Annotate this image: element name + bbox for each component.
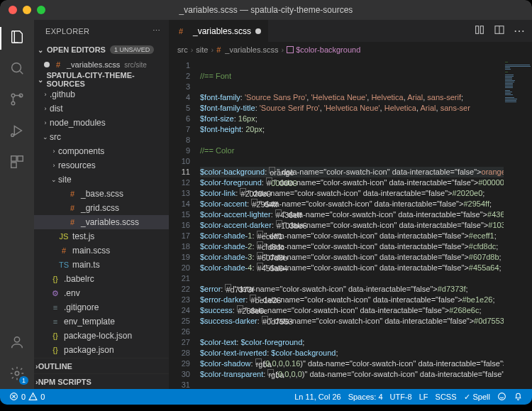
open-editor-item[interactable]: #_variables.scsssrc/site xyxy=(34,57,169,72)
status-feedback[interactable] xyxy=(494,392,510,402)
code-line[interactable]: $color-background: orange" data-name="co… xyxy=(200,167,504,177)
tab-variables-scss[interactable]: # _variables.scss xyxy=(169,20,269,42)
code-line[interactable]: $color-foreground: #000000" data-name="c… xyxy=(200,177,504,188)
activity-search[interactable] xyxy=(0,55,34,84)
compare-changes-icon[interactable] xyxy=(474,24,485,38)
activity-settings[interactable]: 1 xyxy=(0,361,34,389)
code-line[interactable]: $error-darker: #be1e26" data-name="color… xyxy=(200,295,504,305)
file-item[interactable]: #_variables.scss xyxy=(34,215,169,229)
file-item[interactable]: ≡env_template xyxy=(34,314,169,329)
activity-extensions[interactable] xyxy=(0,149,34,177)
status-cursor[interactable]: Ln 11, Col 26 xyxy=(291,392,344,402)
status-spell[interactable]: ✓Spell xyxy=(460,392,494,402)
code-line[interactable]: $error: #d7373f" data-name="color-swatch… xyxy=(200,284,504,295)
npm-scripts-section[interactable]: › NPM SCRIPTS xyxy=(34,373,169,389)
file-item[interactable]: #main.scss xyxy=(34,243,169,258)
folder-item[interactable]: ›components xyxy=(34,144,169,158)
breadcrumb-part[interactable]: _variables.scss xyxy=(225,45,278,54)
folder-item[interactable]: ›node_modules xyxy=(34,116,169,130)
code-line[interactable] xyxy=(200,135,504,146)
outline-section[interactable]: › OUTLINE xyxy=(34,358,169,373)
code-line[interactable]: $font-family-title: 'Source Serif Pro', … xyxy=(200,103,504,114)
breadcrumb[interactable]: src › site › # _variables.scss › $color-… xyxy=(169,42,532,57)
status-problems[interactable]: 0 0 xyxy=(6,392,48,402)
file-item[interactable]: {}package-lock.json xyxy=(34,329,169,343)
settings-badge: 1 xyxy=(19,376,28,385)
more-actions-icon[interactable]: ⋯ xyxy=(514,24,525,38)
project-section[interactable]: ⌄ SPATULA-CITY-THEME-SOURCES xyxy=(34,72,169,87)
folder-item[interactable]: ⌄src xyxy=(34,130,169,144)
code-line[interactable]: //== Font xyxy=(200,71,504,82)
status-encoding[interactable]: UTF-8 xyxy=(387,392,416,402)
zoom-window-button[interactable] xyxy=(37,6,45,14)
split-editor-icon[interactable] xyxy=(494,24,505,38)
code-line[interactable]: $color-accent: #2954ff" data-name="color… xyxy=(200,199,504,209)
code-line[interactable]: $color-accent-darker: #103be6" data-name… xyxy=(200,220,504,231)
code-line[interactable] xyxy=(200,82,504,92)
open-editors-section[interactable]: ⌄ OPEN EDITORS 1 UNSAVED xyxy=(34,42,169,57)
minimap[interactable] xyxy=(504,57,532,389)
code-line[interactable]: $color-shade-4: #455a64" data-name="colo… xyxy=(200,263,504,273)
breadcrumb-symbol[interactable]: $color-background xyxy=(287,45,360,54)
files-icon xyxy=(9,29,25,48)
code-line[interactable]: $color-text: $color-foreground; xyxy=(200,337,504,348)
chevron-down-icon: ⌄ xyxy=(35,75,45,84)
line-number: 18 xyxy=(169,241,190,252)
minimap-line xyxy=(505,97,514,98)
minimize-window-button[interactable] xyxy=(23,6,31,14)
tab-bar: # _variables.scss ⋯ xyxy=(169,20,532,42)
breadcrumb-part[interactable]: src xyxy=(177,45,188,54)
folder-item[interactable]: ⌄site xyxy=(34,172,169,187)
close-window-button[interactable] xyxy=(9,6,17,14)
chevron-right-icon: › xyxy=(41,119,50,126)
status-language[interactable]: SCSS xyxy=(432,392,460,402)
code-line[interactable] xyxy=(200,327,504,337)
activity-debug[interactable] xyxy=(0,118,34,146)
code-line[interactable]: //== Color xyxy=(200,146,504,156)
file-item[interactable]: ⚙.env xyxy=(34,286,169,300)
code-line[interactable]: $color-shade-3: #607d8b" data-name="colo… xyxy=(200,252,504,263)
code-line[interactable] xyxy=(200,60,504,71)
activity-explorer[interactable] xyxy=(0,24,34,53)
file-item[interactable]: #_grid.scss xyxy=(34,201,169,215)
branch-icon xyxy=(9,92,25,110)
minimap-line xyxy=(505,83,513,84)
code-line[interactable]: $font-height: 20px; xyxy=(200,124,504,135)
file-item[interactable]: #_base.scss xyxy=(34,187,169,201)
status-eol[interactable]: LF xyxy=(416,392,432,402)
breadcrumb-part[interactable]: site xyxy=(196,45,208,54)
code-line[interactable]: $color-transparent: rgba(0,0,0,0)" data-… xyxy=(200,369,504,380)
code-line[interactable]: $color-accent-lighter: #436eff" data-nam… xyxy=(200,209,504,220)
code-line[interactable] xyxy=(200,380,504,389)
code-editor[interactable]: //== Font $font-family: 'Source Sans Pro… xyxy=(196,57,504,389)
code-line[interactable]: $font-size: 16px; xyxy=(200,114,504,124)
file-item[interactable]: TSmain.ts xyxy=(34,258,169,272)
line-number: 11 xyxy=(169,167,190,177)
file-item[interactable]: {}.babelrc xyxy=(34,272,169,286)
code-line[interactable]: $color-link: #2020e0" data-name="color-s… xyxy=(200,188,504,199)
code-line[interactable]: $color-shade-2: #cfd8dc" data-name="colo… xyxy=(200,241,504,252)
activity-account[interactable] xyxy=(0,329,34,358)
file-item[interactable]: {}package.json xyxy=(34,343,169,357)
code-line[interactable] xyxy=(200,273,504,284)
folder-item[interactable]: ›.github xyxy=(34,87,169,102)
file-item[interactable]: ≡.gitignore xyxy=(34,300,169,314)
status-notifications[interactable] xyxy=(510,392,526,402)
folder-item[interactable]: ›resources xyxy=(34,158,169,172)
code-line[interactable]: $color-text-inverted: $color-background; xyxy=(200,348,504,358)
code-line[interactable]: $color-shade-1: #eceff1" data-name="colo… xyxy=(200,231,504,241)
code-line[interactable]: $success-darker: #0d7553" data-name="col… xyxy=(200,316,504,327)
code-line[interactable] xyxy=(200,156,504,167)
activity-scm[interactable] xyxy=(0,87,34,115)
code-line[interactable]: $color-shadow: rgba(0,0,0,0.16)" data-na… xyxy=(200,358,504,369)
line-number: 29 xyxy=(169,358,190,369)
code-line[interactable]: $success: #268e6c" data-name="color-swat… xyxy=(200,305,504,316)
folder-item[interactable]: ›dist xyxy=(34,102,169,116)
minimap-line xyxy=(505,65,530,65)
status-indent[interactable]: Spaces: 4 xyxy=(345,392,387,402)
line-number: 9 xyxy=(169,146,190,156)
explorer-more-icon[interactable]: ⋯ xyxy=(153,26,160,35)
code-line[interactable]: $font-family: 'Source Sans Pro', 'Helvet… xyxy=(200,92,504,103)
file-item[interactable]: JStest.js xyxy=(34,229,169,243)
window-titlebar: _variables.scss — spatula-city-theme-sou… xyxy=(0,0,532,20)
